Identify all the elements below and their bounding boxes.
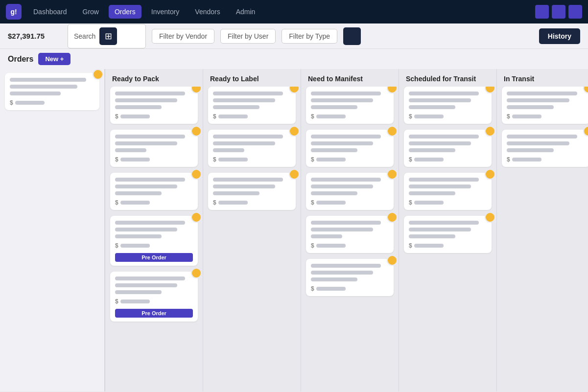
top-nav: g! Dashboard Grow Orders Inventory Vendo… [0,0,588,23]
card-line [115,283,177,287]
new-order-button[interactable]: New + [38,53,71,65]
card[interactable]: $ [306,216,394,253]
column-header-need-to-manifest: Need to Manifest [301,69,399,87]
card-line [115,191,162,195]
card-badge [289,126,300,137]
card-badge [289,169,300,180]
toolbar-total: $27,391.75 [8,32,62,40]
search-icon-box[interactable]: ⊞ [99,27,117,45]
card-amount: $ [213,113,291,120]
card-amount: $ [507,113,585,120]
card-line [115,234,162,238]
nav-orders[interactable]: Orders [109,5,141,19]
nav-vendors[interactable]: Vendors [189,5,226,19]
card-badge [191,268,202,278]
nav-square-3[interactable] [568,5,582,19]
card[interactable]: $ [306,173,394,210]
card[interactable]: $ [306,87,394,124]
column-in-transit: In Transit $ $ [497,69,588,392]
orders-label: Orders [8,55,33,64]
card[interactable]: $ [502,87,588,124]
card[interactable]: $ [306,259,394,296]
card-badge [191,87,202,93]
card-badge [485,169,495,180]
card-line [115,105,162,109]
card-badge [387,87,398,93]
column-scheduled-transit: Scheduled for Transit $ $ [399,69,497,392]
filter-vendor[interactable]: Filter by Vendor [152,29,214,44]
card[interactable]: $ [306,130,394,167]
card-amount: $ [409,199,487,206]
filter-type[interactable]: Filter by Type [282,29,337,44]
card-line [115,290,162,294]
order-card[interactable]: $ [5,73,99,110]
amount-bar [120,158,150,161]
card-line [115,178,185,182]
nav-logo[interactable]: g! [6,4,22,20]
card-badge [191,169,202,180]
card-badge [583,126,588,137]
card[interactable]: $ [208,87,296,124]
orders-cards: $ [0,69,104,392]
card-badge [387,126,398,137]
card[interactable]: $ [110,87,198,124]
card-amount: $ [311,199,389,206]
in-transit-cards: $ $ [497,87,588,392]
card-badge [583,87,588,93]
card-amount: $ [311,113,389,120]
dollar-sign: $ [10,99,13,106]
card-badge [93,69,103,80]
card-amount: $ [115,199,193,206]
orders-header: Orders New + [0,49,588,69]
card-badge [485,126,495,137]
card-line [115,98,177,102]
card-preorder[interactable]: $ Pre Order [110,272,198,322]
card[interactable]: $ [404,216,492,253]
history-button[interactable]: History [539,28,580,44]
nav-square-2[interactable] [552,5,565,19]
card-badge [387,169,398,180]
nav-grow[interactable]: Grow [77,5,105,19]
amount-bar [120,300,150,303]
card[interactable]: $ [110,173,198,210]
column-ready-to-label: Ready to Label $ $ [203,69,301,392]
card[interactable]: $ [208,130,296,167]
search-bar[interactable]: Search ⊞ [68,24,146,48]
card-badge [191,126,202,137]
amount-bar [15,101,45,105]
search-label: Search [74,32,95,40]
card-line [115,221,185,225]
card[interactable]: $ [502,130,588,167]
amount-bar [120,244,150,248]
column-header-ready-to-label: Ready to Label [203,69,301,87]
nav-inventory[interactable]: Inventory [145,5,186,19]
card-badge [289,87,300,93]
card-line [115,184,177,188]
amount-bar [120,115,150,118]
card-amount: $ [311,242,389,249]
card[interactable]: $ [208,173,296,210]
card-line [115,228,177,231]
card-badge [485,87,495,93]
history-dark-box [343,27,361,45]
card[interactable]: $ [110,130,198,167]
column-header-ready-to-pack: Ready to Pack [105,69,203,87]
card-line [10,92,61,95]
card[interactable]: $ [404,130,492,167]
amount-bar [120,201,150,205]
card-line [115,277,185,280]
card-badge [387,255,398,266]
nav-square-1[interactable] [535,5,549,19]
card-amount: $ [115,242,193,249]
card-amount: $ [115,113,193,120]
card[interactable]: $ [404,87,492,124]
card-line [115,92,185,95]
nav-dashboard[interactable]: Dashboard [27,5,73,19]
filter-user[interactable]: Filter by User [220,29,276,44]
card-preorder[interactable]: $ Pre Order [110,216,198,266]
nav-admin[interactable]: Admin [230,5,261,19]
ready-to-pack-cards: $ $ $ [105,87,203,392]
card[interactable]: $ [404,173,492,210]
nav-squares [535,5,582,19]
pre-order-tag: Pre Order [115,309,193,318]
